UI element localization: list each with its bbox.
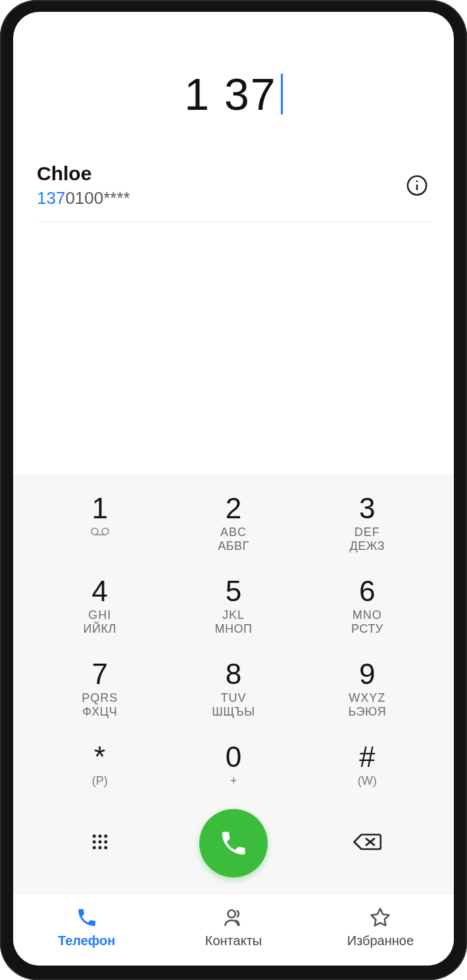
phone-icon xyxy=(75,906,99,929)
dial-key-digit: 6 xyxy=(301,577,434,606)
svg-point-2 xyxy=(416,180,418,182)
svg-point-6 xyxy=(92,835,95,838)
contact-number-rest: 0100**** xyxy=(65,188,130,208)
svg-point-10 xyxy=(98,841,101,844)
dial-key-sub1: MNO xyxy=(301,608,434,622)
dial-keypad: 12ABCАБВГ3DEFДЕЖЗ4GHIИЙКЛ5JKLМНОП6MNOРСТ… xyxy=(13,475,454,893)
dial-key-4[interactable]: 4GHIИЙКЛ xyxy=(33,565,166,645)
dial-key-digit: # xyxy=(301,743,434,772)
dial-key-#[interactable]: #(W) xyxy=(301,731,434,797)
dial-key-9[interactable]: 9WXYZЬЭЮЯ xyxy=(301,648,434,728)
dial-key-digit: 8 xyxy=(166,660,300,689)
dial-key-1[interactable]: 1 xyxy=(33,482,166,562)
screen: 1 37 Chloe 1370100**** xyxy=(13,12,454,966)
dial-key-digit: 2 xyxy=(166,494,300,523)
dial-key-sub2: АБВГ xyxy=(166,539,300,553)
nav-tab-phone[interactable]: Телефон xyxy=(13,906,160,948)
dial-key-*[interactable]: *(P) xyxy=(33,731,166,797)
nav-label-favorites: Избранное xyxy=(347,933,414,948)
info-icon[interactable] xyxy=(404,172,430,199)
dial-key-sub2: РСТУ xyxy=(301,622,434,636)
dial-key-3[interactable]: 3DEFДЕЖЗ xyxy=(301,482,434,562)
svg-point-9 xyxy=(92,841,95,844)
dial-key-sub1: DEF xyxy=(301,526,434,539)
text-cursor xyxy=(281,74,283,114)
dial-key-digit: 1 xyxy=(33,494,166,523)
dial-key-digit: 7 xyxy=(33,660,166,689)
dial-key-sub1: WXYZ xyxy=(301,691,434,705)
contact-suggestions: Chloe 1370100**** xyxy=(13,133,454,222)
dial-key-digit: 3 xyxy=(301,494,434,523)
dialed-number: 1 37 xyxy=(184,68,276,120)
dial-key-digit: 9 xyxy=(301,660,434,689)
dial-key-sub2: МНОП xyxy=(166,622,300,636)
svg-point-3 xyxy=(91,528,98,535)
contact-suggestion-row[interactable]: Chloe 1370100**** xyxy=(37,162,430,222)
svg-point-17 xyxy=(228,910,235,918)
voicemail-icon xyxy=(91,527,109,539)
dial-key-sub1: GHI xyxy=(33,608,166,622)
svg-point-7 xyxy=(98,835,101,838)
contact-number-match: 137 xyxy=(37,188,65,208)
dial-key-digit: 0 xyxy=(166,743,300,772)
dial-key-2[interactable]: 2ABCАБВГ xyxy=(166,482,300,562)
contact-number: 1370100**** xyxy=(37,188,404,208)
svg-point-11 xyxy=(104,841,107,844)
dial-key-digit: * xyxy=(33,743,166,772)
nav-label-phone: Телефон xyxy=(58,933,115,948)
dial-key-8[interactable]: 8TUVШЩЪЫ xyxy=(166,648,300,728)
star-icon xyxy=(368,906,392,929)
dial-key-6[interactable]: 6MNOРСТУ xyxy=(301,565,434,645)
dial-key-sub1: PQRS xyxy=(33,691,166,705)
bottom-navigation: Телефон Контакты xyxy=(13,893,454,966)
svg-point-14 xyxy=(104,846,107,849)
dial-key-sub1: (P) xyxy=(33,774,166,788)
dial-key-sub1: ABC xyxy=(166,526,300,539)
dial-key-digit: 5 xyxy=(166,577,300,606)
dial-key-sub2: ЬЭЮЯ xyxy=(301,705,434,719)
backspace-icon[interactable] xyxy=(353,831,381,855)
dial-key-sub1: TUV xyxy=(166,691,300,705)
dial-key-sub1: JKL xyxy=(166,608,300,622)
svg-point-12 xyxy=(92,846,95,849)
call-button[interactable] xyxy=(199,809,268,877)
dial-key-sub2: ШЩЪЫ xyxy=(166,705,300,719)
dialpad-grid-icon[interactable] xyxy=(90,832,110,854)
dial-key-digit: 4 xyxy=(33,577,166,606)
contacts-icon xyxy=(222,906,245,929)
nav-tab-favorites[interactable]: Избранное xyxy=(307,906,454,948)
dial-key-sub2: ИЙКЛ xyxy=(33,622,166,636)
dial-key-sub1: (W) xyxy=(301,774,434,788)
svg-point-4 xyxy=(102,528,109,535)
dial-key-5[interactable]: 5JKLМНОП xyxy=(166,565,300,645)
dial-key-0[interactable]: 0+ xyxy=(166,731,300,797)
dial-key-sub1: + xyxy=(166,774,300,788)
dial-key-sub2: ДЕЖЗ xyxy=(301,539,434,553)
svg-point-13 xyxy=(98,846,101,849)
nav-label-contacts: Контакты xyxy=(205,933,262,948)
svg-point-8 xyxy=(104,835,107,838)
nav-tab-contacts[interactable]: Контакты xyxy=(160,906,307,948)
keypad-action-row xyxy=(33,797,434,893)
dial-key-7[interactable]: 7PQRSФХЦЧ xyxy=(33,648,166,728)
dial-key-sub2: ФХЦЧ xyxy=(33,705,166,719)
dialed-number-area[interactable]: 1 37 xyxy=(13,12,454,133)
contact-name: Chloe xyxy=(37,162,404,185)
phone-frame: 1 37 Chloe 1370100**** xyxy=(0,0,467,980)
